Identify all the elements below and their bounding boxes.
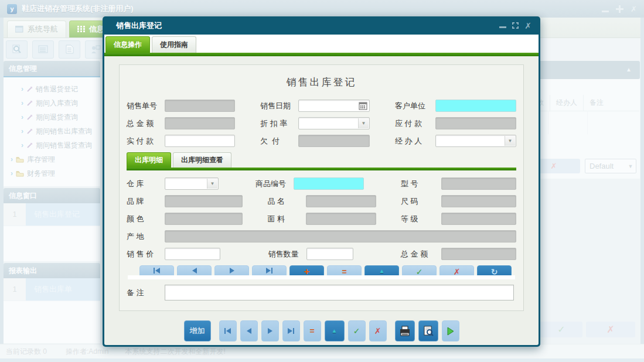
field-label-payable: 应 付 款 (395, 118, 431, 129)
add-record-button[interactable]: 增加 (184, 320, 211, 341)
prev-record-button[interactable] (240, 320, 258, 341)
minus-icon: = (309, 327, 314, 335)
detail-first-button[interactable] (139, 265, 174, 275)
tab-outbound-detail[interactable]: 出库明细 (127, 152, 171, 168)
field-label-model: 型 号 (401, 179, 437, 189)
check-icon: ✓ (353, 327, 360, 335)
material-field (306, 213, 376, 225)
first-record-button[interactable] (219, 320, 237, 341)
dialog-title: 销售出库登记 (116, 21, 162, 31)
field-label-product-code: 商品编号 (255, 179, 289, 189)
product-code-field[interactable] (294, 177, 364, 190)
detail-edit-button[interactable]: ▲ (364, 265, 399, 275)
detail-last-button[interactable] (252, 265, 287, 275)
print-button[interactable] (395, 320, 415, 341)
calendar-icon[interactable] (359, 101, 367, 112)
plus-icon: + (304, 268, 310, 275)
detail-prev-button[interactable] (177, 265, 212, 275)
field-label-handler: 经 办 人 (395, 136, 431, 146)
dialog-content: 销售出库登记 销售单号 销售日期 客户单位 总 金 额 折 (104, 56, 539, 345)
confirm-button[interactable]: ✓ (348, 320, 366, 341)
detail-tabbar: 出库明细 出库明细查看 (127, 152, 516, 168)
dropdown-arrow-icon[interactable]: ▼ (505, 136, 515, 146)
field-label-origin: 产 地 (127, 231, 161, 242)
tab-user-guide[interactable]: 使用指南 (152, 36, 196, 53)
edit-record-button[interactable]: ▲ (325, 320, 345, 341)
sale-price-field[interactable] (165, 248, 220, 260)
field-label-discount-rate: 折 扣 率 (260, 118, 294, 129)
field-label-sale-price: 销 售 价 (127, 249, 161, 259)
last-record-button[interactable] (282, 320, 300, 341)
field-label-line-total: 总 金 额 (401, 249, 437, 259)
field-label-size: 尺 码 (401, 196, 437, 207)
next-record-button[interactable] (261, 320, 279, 341)
field-label-color: 颜 色 (127, 214, 161, 224)
sales-outbound-dialog: 销售出库登记 ✗ 信息操作 使用指南 销售出库登记 销售单号 销售日 (103, 16, 540, 347)
minus-icon: = (342, 268, 346, 275)
remark-input[interactable] (165, 285, 514, 300)
sales-date-field[interactable] (298, 100, 370, 112)
print-preview-icon (423, 326, 434, 336)
model-field (441, 177, 516, 190)
dialog-close-button[interactable]: ✗ (524, 22, 531, 30)
form-panel: 销售出库登记 销售单号 销售日期 客户单位 总 金 额 折 (119, 64, 524, 311)
total-amount-field (165, 117, 235, 129)
field-label-customer: 客户单位 (395, 101, 431, 111)
print-preview-button[interactable] (418, 320, 438, 341)
detail-tab-underline-bar (127, 168, 516, 170)
printer-icon (399, 326, 411, 336)
handler-select[interactable]: ▼ (435, 135, 516, 147)
field-label-remark: 备 注 (127, 288, 161, 298)
detail-add-button[interactable]: + (289, 265, 324, 275)
field-label-paid: 实 付 款 (127, 136, 161, 146)
dialog-footer-toolbar: 增加 = ▲ ✓ ✗ (119, 320, 524, 341)
field-label-brand: 品 牌 (127, 196, 161, 207)
dropdown-arrow-icon[interactable]: ▼ (207, 179, 217, 189)
field-label-sale-qty: 销售数量 (268, 249, 302, 259)
warehouse-select[interactable]: ▼ (165, 177, 219, 190)
field-label-total-amount: 总 金 额 (127, 118, 161, 129)
origin-field (165, 230, 516, 243)
discount-rate-select[interactable]: ▼ (298, 117, 370, 129)
tab-outbound-detail-view[interactable]: 出库明细查看 (173, 152, 231, 168)
sales-no-field (165, 100, 235, 112)
scroll-clip-edge (128, 275, 515, 279)
dialog-tabbar: 信息操作 使用指南 (104, 35, 539, 53)
check-icon: ✓ (416, 268, 423, 275)
play-icon (447, 327, 454, 336)
dialog-titlebar: 销售出库登记 ✗ (104, 16, 539, 35)
detail-refresh-button[interactable]: ↻ (477, 265, 512, 275)
size-field (441, 195, 516, 207)
detail-delete-button[interactable]: = (327, 265, 362, 275)
line-total-field (441, 248, 516, 260)
detail-cancel-button[interactable]: ✗ (439, 265, 474, 275)
up-triangle-icon: ▲ (379, 268, 385, 275)
detail-confirm-button[interactable]: ✓ (402, 265, 437, 275)
cross-icon: ✗ (454, 268, 461, 275)
field-label-sales-no: 销售单号 (127, 101, 161, 111)
sale-qty-field[interactable] (306, 248, 353, 260)
cancel-button[interactable]: ✗ (369, 320, 387, 341)
color-field (165, 213, 243, 225)
dialog-minimize-button[interactable] (499, 26, 506, 28)
dialog-maximize-button[interactable] (512, 22, 519, 29)
owed-field (298, 135, 370, 147)
dropdown-arrow-icon[interactable]: ▼ (358, 118, 369, 128)
field-label-warehouse: 仓 库 (127, 179, 161, 189)
field-label-owed: 欠 付 (260, 136, 294, 146)
customer-field[interactable] (435, 100, 516, 112)
payable-field (435, 117, 516, 129)
up-triangle-icon: ▲ (332, 327, 338, 334)
refresh-icon: ↻ (491, 268, 498, 275)
field-label-material: 面 料 (268, 214, 302, 224)
cross-icon: ✗ (374, 327, 381, 335)
detail-next-button[interactable] (214, 265, 249, 275)
field-label-grade: 等 级 (401, 214, 437, 224)
field-label-sales-date: 销售日期 (260, 101, 294, 111)
run-report-button[interactable] (442, 320, 459, 341)
grade-field (441, 213, 516, 225)
paid-field[interactable] (165, 135, 235, 147)
detail-navigator: + = ▲ ✓ ✗ ↻ (139, 265, 514, 275)
tab-info-operation[interactable]: 信息操作 (105, 36, 150, 53)
delete-record-button[interactable]: = (304, 320, 321, 341)
